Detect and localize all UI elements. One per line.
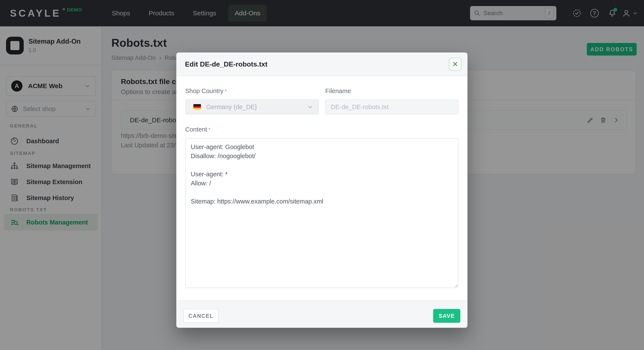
required-asterisk: * [225,88,227,94]
cancel-button[interactable]: CANCEL [184,309,218,323]
shop-country-label: Shop Country* [185,88,227,95]
filename-label: Filename [325,88,351,95]
content-textarea[interactable]: User-agent: Googlebot Disallow: /nogoogl… [185,138,458,288]
modal-header: Edit DE-de_DE-robots.txt ✕ [176,53,468,76]
filename-field[interactable] [325,99,458,114]
germany-flag-icon [193,104,201,110]
save-button[interactable]: SAVE [433,309,460,323]
required-asterisk: * [208,126,211,133]
modal-title: Edit DE-de_DE-robots.txt [185,60,268,68]
chevron-down-icon [307,104,313,110]
screen: SCAYLE ° DEMO Shops Products Settings Ad… [0,0,644,350]
shop-country-value: Germany (de_DE} [206,103,307,111]
content-label: Content* [185,126,211,133]
resize-handle-icon[interactable] [453,283,458,288]
modal-footer: CANCEL SAVE [176,300,468,328]
shop-country-select[interactable]: Germany (de_DE} [185,99,319,114]
close-icon[interactable]: ✕ [448,57,462,71]
edit-robots-modal: Edit DE-de_DE-robots.txt ✕ Shop Country*… [176,53,468,328]
